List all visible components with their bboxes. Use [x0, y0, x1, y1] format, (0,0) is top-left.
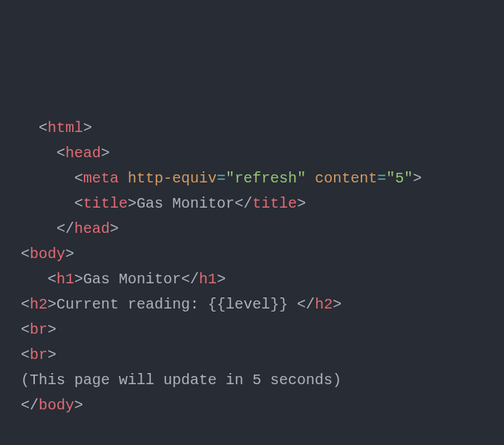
- h2-tag: h2: [315, 296, 333, 313]
- attribute-value: "5": [386, 170, 413, 187]
- code-line: <h2>Current reading: {{level}} </h2>: [21, 292, 483, 317]
- angle-bracket: </: [235, 195, 252, 212]
- angle-bracket: >: [48, 321, 56, 338]
- angle-bracket: >: [333, 296, 341, 313]
- h1-tag: h1: [199, 271, 217, 288]
- title-tag: title: [252, 195, 297, 212]
- text-content: Gas Monitor: [137, 195, 235, 212]
- text-content: Current reading: {{level}}: [56, 296, 297, 313]
- body-tag: body: [39, 397, 74, 414]
- code-line: <meta http-equiv="refresh" content="5">: [21, 166, 483, 191]
- equals-sign: =: [377, 170, 386, 187]
- angle-bracket: >: [48, 296, 56, 313]
- code-line: </head>: [21, 217, 483, 242]
- attribute-name: content: [315, 170, 377, 187]
- text-content: (This page will update in 5 seconds): [21, 372, 341, 389]
- attribute-name: http-equiv: [128, 170, 217, 187]
- code-line: </body>: [21, 393, 483, 418]
- body-tag: body: [30, 245, 65, 263]
- angle-bracket: </: [56, 220, 74, 237]
- code-line: [21, 418, 483, 444]
- head-tag: head: [65, 145, 101, 162]
- code-line: <head>: [21, 141, 483, 166]
- br-tag: br: [30, 321, 48, 338]
- code-line: (This page will update in 5 seconds): [21, 368, 483, 393]
- angle-bracket: >: [110, 220, 119, 237]
- code-line: <title>Gas Monitor</title>: [21, 191, 483, 217]
- angle-bracket: <: [21, 346, 30, 363]
- angle-bracket: <: [56, 145, 65, 162]
- br-tag: br: [30, 346, 48, 363]
- code-line: <html>: [21, 116, 483, 141]
- angle-bracket: >: [101, 145, 110, 162]
- angle-bracket: <: [21, 296, 30, 313]
- attribute-value: "refresh": [226, 170, 306, 187]
- angle-bracket: </: [181, 271, 199, 288]
- angle-bracket: >: [413, 170, 422, 187]
- title-tag: title: [83, 195, 128, 212]
- angle-bracket: >: [297, 195, 306, 212]
- angle-bracket: </: [297, 296, 315, 313]
- angle-bracket: >: [74, 397, 83, 414]
- code-line: <br>: [21, 317, 483, 343]
- angle-bracket: >: [217, 271, 226, 288]
- h1-tag: h1: [56, 271, 74, 288]
- meta-tag: meta: [83, 170, 119, 187]
- angle-bracket: >: [128, 195, 137, 212]
- angle-bracket: </: [21, 397, 39, 414]
- angle-bracket: <: [74, 195, 83, 212]
- html-tag: html: [48, 119, 83, 136]
- angle-bracket: >: [74, 271, 83, 288]
- angle-bracket: <: [74, 170, 83, 187]
- angle-bracket: <: [39, 119, 48, 136]
- angle-bracket: <: [48, 271, 56, 288]
- h2-tag: h2: [30, 296, 48, 313]
- angle-bracket: >: [48, 346, 56, 363]
- angle-bracket: >: [83, 119, 92, 136]
- code-editor[interactable]: <html> <head> <meta http-equiv="refresh"…: [21, 116, 483, 445]
- angle-bracket: <: [21, 245, 30, 263]
- angle-bracket: <: [21, 321, 30, 338]
- text-content: Gas Monitor: [83, 271, 181, 288]
- head-tag: head: [74, 220, 110, 237]
- code-line: <h1>Gas Monitor</h1>: [21, 267, 483, 292]
- code-line: <br>: [21, 343, 483, 368]
- code-line: <body>: [21, 242, 483, 267]
- angle-bracket: >: [65, 245, 74, 263]
- equals-sign: =: [217, 170, 226, 187]
